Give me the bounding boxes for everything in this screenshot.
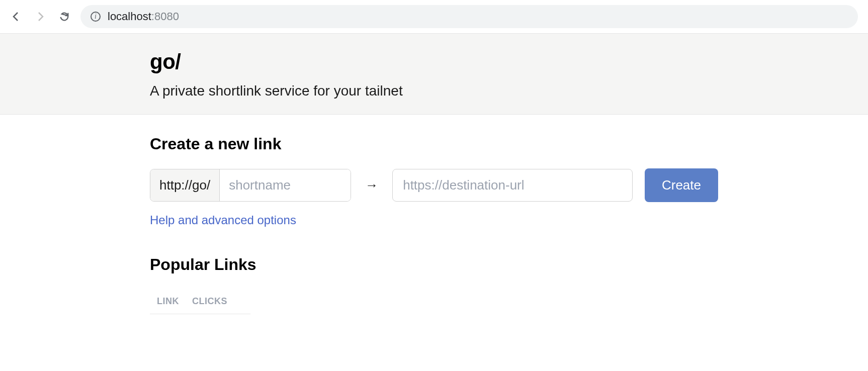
address-bar[interactable]: i localhost:8080 (80, 5, 858, 28)
page-subtitle: A private shortlink service for your tai… (150, 83, 718, 99)
help-link[interactable]: Help and advanced options (150, 213, 296, 227)
page-header: go/ A private shortlink service for your… (0, 34, 868, 115)
create-button[interactable]: Create (645, 168, 718, 202)
page-title: go/ (150, 50, 718, 74)
nav-controls (10, 11, 70, 23)
site-info-icon[interactable]: i (91, 12, 101, 22)
destination-input[interactable] (392, 169, 633, 202)
table-header: LINK CLICKS (150, 289, 250, 314)
forward-button[interactable] (34, 11, 46, 23)
column-link: LINK (157, 296, 179, 307)
create-form: http://go/ → Create (150, 168, 718, 202)
reload-button[interactable] (58, 11, 70, 23)
arrow-icon: → (363, 177, 380, 193)
shortname-group: http://go/ (150, 169, 351, 202)
url-port: :8080 (151, 10, 179, 23)
main-content: Create a new link http://go/ → Create He… (0, 115, 868, 334)
popular-section: Popular Links LINK CLICKS (150, 255, 718, 314)
url-host: localhost (108, 10, 151, 23)
popular-heading: Popular Links (150, 255, 718, 274)
back-button[interactable] (10, 11, 22, 23)
url-prefix-label: http://go/ (150, 169, 220, 201)
create-heading: Create a new link (150, 135, 718, 153)
shortname-input[interactable] (220, 169, 351, 201)
column-clicks: CLICKS (192, 296, 227, 307)
url-text: localhost:8080 (108, 10, 179, 23)
browser-toolbar: i localhost:8080 (0, 0, 868, 34)
